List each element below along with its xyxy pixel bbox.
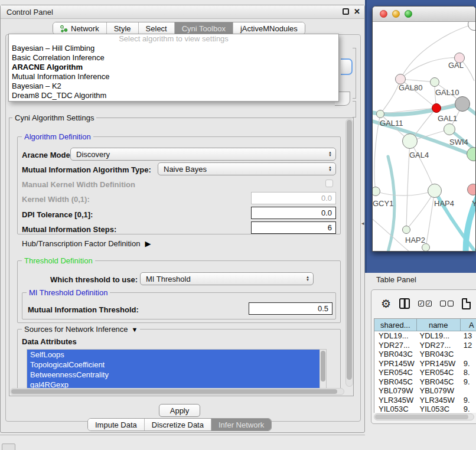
zoom-traffic-light[interactable] — [405, 10, 412, 18]
dropdown-placeholder: Select algorithm to view settings — [9, 34, 338, 44]
dropdown-item[interactable]: Bayesian – Hill Climbing — [9, 44, 338, 53]
which-threshold-combo[interactable]: MI Threshold ▲▼ — [140, 272, 314, 285]
apply-button[interactable]: Apply — [159, 404, 200, 417]
algorithm-combo-fragment[interactable] — [341, 58, 353, 75]
tab-impute-data[interactable]: Impute Data — [88, 419, 145, 431]
list-item[interactable]: TopologicalCoefficient — [27, 360, 319, 370]
bottom-tabs: Impute Data Discretize Data Infer Networ… — [87, 418, 272, 431]
table-row[interactable]: YDL19...YDL19...13 — [374, 331, 476, 341]
node-table: shared... name A YDL19...YDL19...13 YDR2… — [374, 318, 476, 413]
mini-panel-button[interactable] — [2, 444, 15, 450]
node-hap4[interactable] — [428, 184, 442, 198]
network-window-titlebar — [373, 6, 475, 22]
dropdown-item[interactable]: Mutual Information Inference — [9, 72, 338, 81]
tab-jactivemnodules[interactable]: jActiveMNodules — [233, 22, 305, 34]
tab-jactivemnodules-label: jActiveMNodules — [240, 24, 298, 33]
dropdown-item-selected[interactable]: ARACNE Algorithm — [9, 63, 338, 72]
mi-threshold-definition-title: MI Threshold Definition — [27, 288, 110, 297]
mi-steps-field[interactable]: 6 — [251, 221, 336, 234]
node-label: Y — [472, 199, 476, 208]
node-bottom[interactable] — [422, 243, 430, 252]
table-row[interactable]: YBR045CYBR045C9. — [374, 377, 476, 387]
aracne-mode-label: Aracne Mode: — [22, 151, 73, 159]
node-label: SWI4 — [449, 138, 468, 146]
sources-group-title[interactable]: Sources for Network Inference ▼ — [22, 325, 140, 334]
chevron-down-icon: ▼ — [132, 326, 138, 333]
node-pink-right[interactable] — [467, 184, 476, 195]
group-border-fragment — [353, 48, 356, 99]
deselect-all-checks-icon[interactable] — [440, 301, 454, 306]
settings-vertical-scrollbar[interactable] — [345, 119, 353, 387]
node-gal10[interactable] — [430, 77, 439, 87]
table-row[interactable]: YDR27...YDR27...12 — [374, 341, 476, 350]
dropdown-item[interactable]: Dream8 DC_TDC Algorithm — [9, 91, 338, 100]
list-item[interactable]: BetweennessCentrality — [27, 370, 319, 380]
table-header-row: shared... name A — [374, 319, 476, 331]
kernel-width-label: Kernel Width (0,1): — [22, 195, 90, 204]
table-row[interactable]: YPR145WYPR145W9. — [374, 359, 476, 369]
manual-kernel-label: Manual Kernel Width Definition — [22, 180, 135, 189]
kernel-width-field[interactable]: 0.0 — [251, 192, 336, 204]
tab-infer-network[interactable]: Infer Network — [211, 419, 271, 431]
node-gal4[interactable] — [402, 133, 418, 149]
tab-style[interactable]: Style — [107, 22, 139, 34]
table-row[interactable]: YER054CYER054C8. — [374, 368, 476, 377]
dropdown-item[interactable]: Bayesian – K2 — [9, 81, 338, 91]
which-threshold-value: MI Threshold — [146, 275, 191, 283]
close-icon[interactable]: ✕ — [354, 7, 360, 16]
mi-threshold-field[interactable]: 0.5 — [249, 302, 332, 315]
node-gal11[interactable] — [376, 110, 384, 118]
network-view-window: GAL GAL80 GAL10 GAL1 GAL11 SWI4 GAL4 GCY… — [372, 6, 476, 252]
dpi-tolerance-label: DPI Tolerance [0,1]: — [22, 210, 93, 219]
column-header[interactable]: name — [417, 319, 461, 331]
node-label: GAL — [448, 61, 464, 70]
float-window-icon[interactable] — [343, 8, 349, 15]
tab-network[interactable]: Network — [53, 22, 107, 34]
list-item[interactable]: SelfLoops — [27, 350, 319, 360]
hub-definition-disclosure[interactable]: Hub/Transcription Factor Definition ▶ — [22, 239, 151, 248]
column-header[interactable]: A — [461, 319, 476, 331]
control-panel-tabs: Network Style Select Cyni Toolbox jActiv… — [53, 22, 305, 35]
spinner-icon: ▲▼ — [306, 276, 309, 282]
column-header[interactable]: shared... — [374, 319, 417, 331]
table-row[interactable]: YLR345WYLR345W9. — [374, 396, 476, 405]
table-toolbar: ⚙ ✓✓ — [371, 290, 476, 317]
gear-icon[interactable]: ⚙ — [381, 298, 391, 309]
new-document-icon[interactable] — [462, 298, 471, 309]
node-label: GAL1 — [438, 114, 457, 123]
data-attributes-list: SelfLoops TopologicalCoefficient Between… — [27, 349, 327, 389]
mi-type-value: Naive Bayes — [164, 165, 207, 174]
settings-horizontal-scrollbar[interactable] — [10, 388, 344, 395]
tab-network-label: Network — [71, 24, 99, 33]
table-row[interactable]: YBR043CYBR043C — [374, 350, 476, 359]
dpi-tolerance-field[interactable]: 0.0 — [251, 207, 336, 219]
tab-infer-network-label: Infer Network — [219, 420, 264, 429]
table-horizontal-scrollbar[interactable] — [374, 413, 474, 420]
minimize-traffic-light[interactable] — [392, 10, 400, 18]
table-row[interactable]: YIL053CYIL053C9. — [374, 405, 476, 413]
spinner-icon: ▲▼ — [328, 151, 332, 157]
attributes-scrollbar[interactable] — [319, 350, 326, 389]
panel-title: Control Panel — [1, 8, 53, 17]
node-label: GAL11 — [380, 119, 403, 128]
node-gray[interactable] — [455, 96, 470, 112]
node-label: HAP2 — [405, 236, 425, 244]
node-hap2[interactable] — [402, 226, 410, 234]
dropdown-item[interactable]: Basic Correlation Inference — [9, 53, 338, 63]
spinner-icon: ▲▼ — [328, 166, 332, 172]
network-canvas[interactable]: GAL GAL80 GAL10 GAL1 GAL11 SWI4 GAL4 GCY… — [373, 22, 476, 252]
columns-icon[interactable] — [399, 298, 410, 309]
manual-kernel-checkbox[interactable] — [325, 180, 333, 187]
node-red-selected[interactable] — [432, 103, 441, 113]
tab-select[interactable]: Select — [139, 22, 175, 34]
mi-type-combo[interactable]: Naive Bayes ▲▼ — [158, 162, 336, 175]
tab-discretize-data[interactable]: Discretize Data — [145, 419, 211, 431]
settings-group-title: Cyni Algorithm Settings — [12, 113, 96, 122]
close-traffic-light[interactable] — [380, 10, 387, 18]
aracne-mode-combo[interactable]: Discovery ▲▼ — [70, 148, 336, 161]
desktop-edge — [365, 0, 367, 273]
select-all-checks-icon[interactable]: ✓✓ — [418, 301, 432, 306]
tab-cyni-toolbox[interactable]: Cyni Toolbox — [175, 22, 233, 34]
table-row[interactable]: YBL079WYBL079W — [374, 386, 476, 396]
node-gal1[interactable] — [444, 123, 455, 135]
